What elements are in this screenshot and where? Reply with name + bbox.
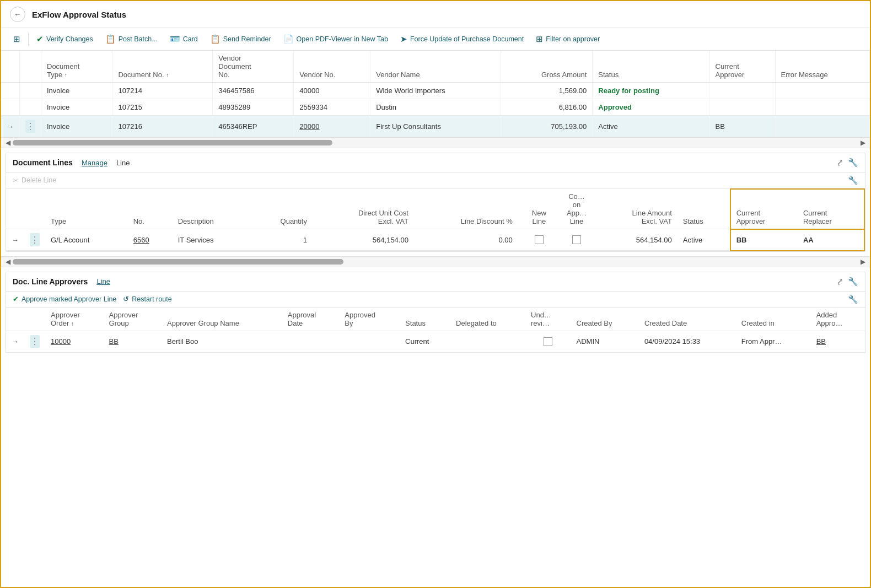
approve-marked-button[interactable]: ✔ Approve marked Approver Line xyxy=(13,295,116,303)
th-error-message[interactable]: Error Message xyxy=(775,51,870,83)
settings-icon[interactable]: 🔧 xyxy=(848,158,858,168)
approvers-line-tab[interactable]: Line xyxy=(96,277,110,285)
approvers-customize-icon[interactable]: 🔧 xyxy=(848,294,858,304)
dl-th-description[interactable]: Description xyxy=(173,189,250,229)
dl-th-quantity[interactable]: Quantity xyxy=(250,189,313,229)
lines-scrollbar[interactable]: ◀ ▶ xyxy=(1,256,870,267)
vendor-doc-no-cell: 48935289 xyxy=(213,99,294,116)
ap-th-delegated-to[interactable]: Delegated to xyxy=(450,308,525,331)
ap-th-status[interactable]: Status xyxy=(400,308,450,331)
th-vendor-doc-no[interactable]: VendorDocumentNo. xyxy=(213,51,294,83)
und-revi-checkbox[interactable] xyxy=(544,337,552,346)
dl-no-link[interactable]: 6560 xyxy=(133,236,149,244)
ap-th-approver-group[interactable]: ApproverGroup xyxy=(104,308,162,331)
ap-th-approver-order[interactable]: ApproverOrder ↑ xyxy=(45,308,104,331)
dl-row-context-menu-button[interactable]: ⋮ xyxy=(30,233,40,246)
document-lines-header: Document Lines Manage Line ⤤ 🔧 xyxy=(6,153,865,172)
filter-approver-label: Filter on approver xyxy=(546,35,600,43)
th-gross-amount[interactable]: Gross Amount xyxy=(501,51,593,83)
dl-quantity-cell: 1 xyxy=(250,229,313,251)
scroll-thumb[interactable] xyxy=(13,140,332,145)
ap-approver-order-link[interactable]: 10000 xyxy=(51,337,71,346)
approvers-share-icon[interactable]: ⤤ xyxy=(836,277,843,287)
approve-marked-label: Approve marked Approver Line xyxy=(21,295,116,303)
arrow-cell xyxy=(1,83,20,99)
ap-th-approval-date[interactable]: ApprovalDate xyxy=(282,308,339,331)
th-doc-no[interactable]: Document No. ↑ xyxy=(112,51,213,83)
error-message-cell xyxy=(775,83,870,99)
dl-th-current-approver[interactable]: CurrentApprover xyxy=(730,189,798,229)
ap-th-added-appro[interactable]: AddedAppro… xyxy=(811,308,865,331)
card-button[interactable]: 🪪 Card xyxy=(164,31,203,47)
table-row: Invoice 107215 48935289 2559334 Dustin 6… xyxy=(1,99,870,116)
ap-th-created-by[interactable]: Created By xyxy=(571,308,639,331)
dl-th-new-line[interactable]: NewLine xyxy=(518,189,560,229)
approve-check-icon: ✔ xyxy=(13,295,19,303)
restart-route-button[interactable]: ↺ Restart route xyxy=(123,295,171,303)
filter-approver-button[interactable]: ⊞ Filter on approver xyxy=(530,31,605,47)
gross-amount-cell: 705,193.00 xyxy=(501,116,593,137)
new-line-checkbox[interactable] xyxy=(535,235,544,244)
main-scrollbar[interactable]: ◀ ▶ xyxy=(1,137,870,148)
send-reminder-button[interactable]: 📋 Send Reminder xyxy=(205,31,277,47)
lines-scroll-left[interactable]: ◀ xyxy=(6,258,10,266)
ap-row-context-menu-button[interactable]: ⋮ xyxy=(30,335,40,348)
status-cell: Active xyxy=(593,116,709,137)
co-on-app-line-checkbox[interactable] xyxy=(572,235,581,244)
delete-icon: ✂ xyxy=(13,176,19,185)
ap-th-created-in[interactable]: Created in xyxy=(736,308,811,331)
scroll-right-arrow[interactable]: ▶ xyxy=(861,139,865,147)
dl-th-line-amount[interactable]: Line AmountExcl. VAT xyxy=(593,189,678,229)
ap-approver-order-cell: 10000 xyxy=(45,331,104,352)
vendor-no-cell: 40000 xyxy=(294,83,370,99)
dl-th-co-on-app-line[interactable]: Co…onApp…Line xyxy=(560,189,593,229)
share-icon[interactable]: ⤤ xyxy=(836,158,843,168)
lines-scroll-thumb[interactable] xyxy=(13,259,343,265)
back-button[interactable]: ← xyxy=(10,7,25,22)
line-tab[interactable]: Line xyxy=(116,159,130,167)
open-pdf-button[interactable]: 📄 Open PDF-Viewer in New Tab xyxy=(278,31,394,47)
post-batch-button[interactable]: 📋 Post Batch... xyxy=(100,31,163,47)
th-vendor-name[interactable]: Vendor Name xyxy=(370,51,501,83)
post-batch-icon: 📋 xyxy=(105,34,116,44)
th-vendor-no[interactable]: Vendor No. xyxy=(294,51,370,83)
th-current-approver[interactable]: CurrentApprover xyxy=(709,51,775,83)
approvers-row: → ⋮ 10000 BB Bertil Boo Current xyxy=(6,331,865,352)
customize-icon[interactable]: 🔧 xyxy=(848,175,858,185)
gross-amount-cell: 1,569.00 xyxy=(501,83,593,99)
ap-th-approver-group-name[interactable]: Approver Group Name xyxy=(162,308,282,331)
document-lines-section: Document Lines Manage Line ⤤ 🔧 ✂ Delete … xyxy=(6,153,865,252)
section-actions: ⤤ 🔧 xyxy=(836,158,858,168)
manage-tab[interactable]: Manage xyxy=(82,159,107,167)
card-icon: 🪪 xyxy=(170,34,180,44)
ap-th-und-revi[interactable]: Und…revi… xyxy=(525,308,571,331)
ap-approver-group-link[interactable]: BB xyxy=(109,337,119,346)
status-cell: Approved xyxy=(593,99,709,116)
force-update-button[interactable]: ➤ Force Update of Purchase Document xyxy=(395,31,529,47)
post-batch-label: Post Batch... xyxy=(119,35,158,43)
dl-th-direct-unit-cost[interactable]: Direct Unit CostExcl. VAT xyxy=(313,189,414,229)
ap-th-approved-by[interactable]: ApprovedBy xyxy=(339,308,400,331)
vendor-no-link[interactable]: 20000 xyxy=(299,122,319,131)
dl-th-status[interactable]: Status xyxy=(678,189,730,229)
send-reminder-icon: 📋 xyxy=(210,34,221,44)
th-doc-type[interactable]: DocumentType ↑ xyxy=(41,51,112,83)
th-status[interactable]: Status xyxy=(593,51,709,83)
verify-changes-button[interactable]: ✔ Verify Changes xyxy=(31,31,99,47)
lines-scroll-right[interactable]: ▶ xyxy=(861,258,865,266)
ap-added-appro-link[interactable]: BB xyxy=(816,337,826,346)
ap-th-dots xyxy=(24,308,45,331)
dl-th-line-discount[interactable]: Line Discount % xyxy=(414,189,518,229)
force-update-label: Force Update of Purchase Document xyxy=(410,35,524,43)
grid-toggle-button[interactable]: ⊞ xyxy=(8,31,26,47)
dl-th-no[interactable]: No. xyxy=(128,189,173,229)
restart-route-label: Restart route xyxy=(132,295,171,303)
dl-th-current-replacer[interactable]: CurrentReplacer xyxy=(798,189,864,229)
ap-th-created-date[interactable]: Created Date xyxy=(639,308,736,331)
main-table-area: DocumentType ↑ Document No. ↑ VendorDocu… xyxy=(1,51,870,137)
row-context-menu-button[interactable]: ⋮ xyxy=(25,120,35,133)
approvers-settings-icon[interactable]: 🔧 xyxy=(848,277,858,287)
invoice-link[interactable]: Invoice xyxy=(47,122,69,131)
dl-th-type[interactable]: Type xyxy=(45,189,128,229)
scroll-left-arrow[interactable]: ◀ xyxy=(6,139,10,147)
